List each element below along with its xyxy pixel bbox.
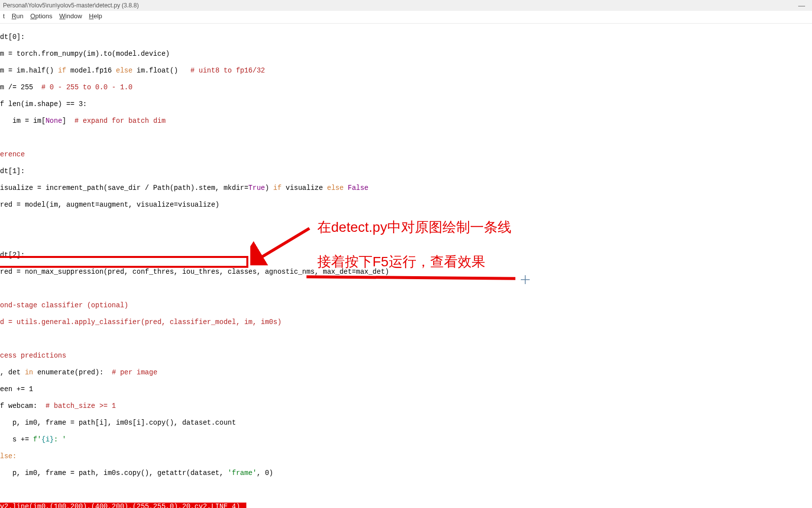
menu-bar: t Run Options Window Help — [0, 11, 812, 24]
minimize-icon[interactable]: — — [798, 1, 805, 9]
menu-options[interactable]: Options — [30, 12, 52, 22]
window-title: Personal\Yolov5\run\yolov5-master\detect… — [3, 2, 139, 9]
svg-line-0 — [258, 228, 309, 259]
annotation-underline — [306, 275, 515, 280]
code-editor[interactable]: dt[0]: m = torch.from_numpy(im).to(model… — [0, 24, 812, 508]
highlight-box — [0, 256, 248, 268]
menu-run[interactable]: Run — [12, 12, 24, 22]
title-bar: Personal\Yolov5\run\yolov5-master\detect… — [0, 0, 812, 11]
annotation-line2: 接着按下F5运行，查看效果 — [317, 257, 485, 266]
annotation-line1: 在detect.py中对原图绘制一条线 — [317, 223, 511, 231]
arrow-icon — [250, 221, 314, 265]
cursor-cross-icon — [521, 275, 530, 284]
menu-window[interactable]: Window — [59, 12, 82, 22]
window-controls: — — [798, 1, 809, 9]
menu-edit[interactable]: t — [3, 12, 5, 22]
menu-help[interactable]: Help — [89, 12, 102, 22]
